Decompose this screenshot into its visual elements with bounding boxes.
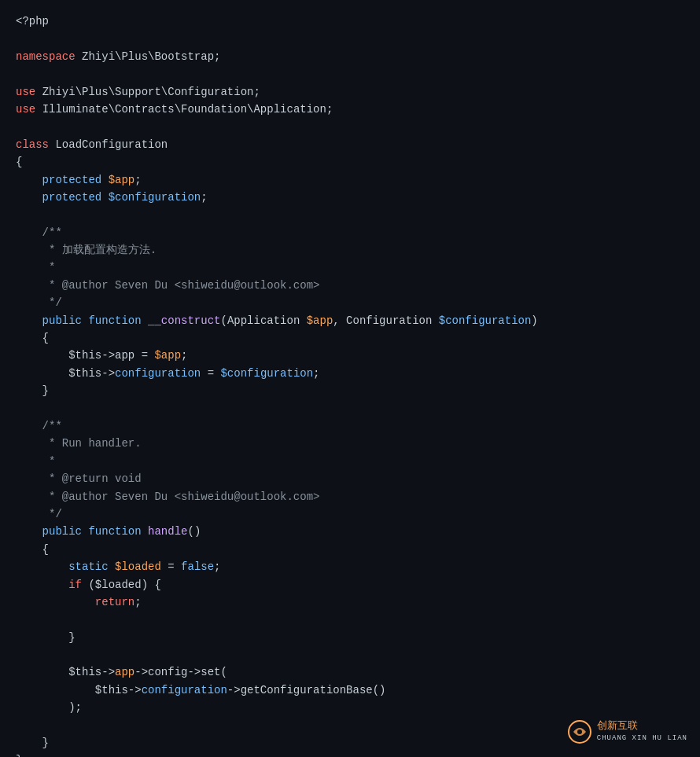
code-token: */ <box>16 508 62 520</box>
code-token: ; <box>214 50 220 63</box>
code-token: $app <box>109 174 135 186</box>
code-token: { <box>16 332 49 344</box>
code-line: * @author Seven Du <shiweidu@outlook.com… <box>16 488 684 505</box>
code-token <box>16 579 68 591</box>
code-token: <?php <box>16 15 49 28</box>
code-token: function <box>88 525 141 538</box>
code-token: ; <box>313 367 319 380</box>
code-line <box>16 611 684 628</box>
code-token: /** <box>16 420 62 432</box>
code-line: * 加载配置构造方法. <box>16 241 684 259</box>
code-token: Zhiyi\Plus\Support\Configuration <box>42 86 254 98</box>
code-line: public function handle() <box>16 523 684 540</box>
code-token: { <box>16 543 49 556</box>
code-token <box>16 314 42 327</box>
code-token: namespace <box>16 50 76 63</box>
code-line: * <box>16 453 684 470</box>
code-line <box>16 118 684 135</box>
code-token: ; <box>253 86 260 98</box>
code-token: protected <box>42 174 102 186</box>
code-line <box>16 65 684 83</box>
code-line: * @return void <box>16 470 684 487</box>
code-line: namespace Zhiyi\Plus\Bootstrap; <box>16 48 684 65</box>
code-token: $app <box>307 314 333 327</box>
code-token: use <box>16 86 35 98</box>
code-token: } <box>16 384 49 397</box>
code-line <box>16 400 684 417</box>
code-token: app <box>115 666 134 678</box>
code-line: { <box>16 329 684 347</box>
code-line: static $loaded = false; <box>16 558 684 575</box>
code-token: */ <box>16 296 62 309</box>
code-line: class LoadConfiguration <box>16 136 684 153</box>
code-token: , Configuration <box>333 314 438 327</box>
code-line: $this->app = $app; <box>16 347 684 364</box>
code-line: * @author Seven Du <shiweidu@outlook.com… <box>16 277 684 294</box>
code-line: return; <box>16 593 684 611</box>
code-editor: <?php namespace Zhiyi\Plus\Bootstrap; us… <box>0 0 700 757</box>
code-line: public function __construct(Application … <box>16 312 684 329</box>
svg-point-1 <box>577 729 582 734</box>
code-line: $this->app->config->set( <box>16 663 684 681</box>
code-token: ; <box>214 560 220 573</box>
code-token <box>16 596 95 608</box>
code-token: ; <box>134 596 141 608</box>
code-token: * <box>16 261 55 274</box>
code-token: ); <box>16 701 82 714</box>
code-line <box>16 206 684 223</box>
code-token: public <box>42 314 82 327</box>
code-line: /** <box>16 417 684 435</box>
code-token: $configuration <box>109 191 201 204</box>
code-line: use Illuminate\Contracts\Foundation\Appl… <box>16 101 684 118</box>
code-token: = <box>201 367 220 380</box>
code-token <box>109 560 115 573</box>
watermark-logo-icon <box>567 719 592 744</box>
code-token <box>16 367 68 380</box>
code-line: } <box>16 382 684 399</box>
code-line <box>16 646 684 663</box>
code-token <box>16 684 95 696</box>
code-token: static <box>68 560 108 573</box>
code-token: * @author Seven Du <shiweidu@outlook.com… <box>16 491 319 503</box>
code-line: protected $configuration; <box>16 189 684 206</box>
code-token <box>142 525 148 538</box>
code-token: class <box>16 138 49 151</box>
code-token <box>101 191 108 204</box>
code-token <box>101 174 108 186</box>
code-line: <?php <box>16 13 684 30</box>
code-token: public <box>42 525 82 538</box>
code-line: use Zhiyi\Plus\Support\Configuration; <box>16 83 684 101</box>
code-token: /** <box>16 226 62 239</box>
code-line: * <box>16 259 684 276</box>
code-token: = <box>161 560 181 573</box>
code-token <box>16 560 68 573</box>
code-token <box>16 666 68 678</box>
code-line: */ <box>16 505 684 523</box>
code-line: $this->configuration->getConfigurationBa… <box>16 682 684 699</box>
watermark-main-text: 创新互联 <box>597 719 687 733</box>
code-content: <?php namespace Zhiyi\Plus\Bootstrap; us… <box>16 13 684 757</box>
code-token: protected <box>42 191 102 204</box>
code-line: protected $app; <box>16 171 684 189</box>
code-token: false <box>181 560 214 573</box>
code-line: ); <box>16 699 684 716</box>
code-token <box>35 103 42 116</box>
code-token: * <box>16 455 55 468</box>
code-token: * @return void <box>16 472 142 485</box>
code-token: (Application <box>220 314 306 327</box>
code-token: configuration <box>142 684 227 696</box>
code-line: } <box>16 751 684 757</box>
code-token: Illuminate\Contracts\Foundation\Applicat… <box>42 103 326 116</box>
code-token: $configuration <box>439 314 532 327</box>
code-token: $app <box>154 349 181 362</box>
code-token: $this->app <box>68 349 134 362</box>
code-token: = <box>134 349 154 362</box>
watermark-text-block: 创新互联 CHUANG XIN HU LIAN <box>597 719 687 744</box>
code-token: ->config->set( <box>134 666 227 678</box>
code-token: * Run handler. <box>16 437 142 450</box>
code-token <box>35 86 42 98</box>
code-token <box>16 174 42 186</box>
code-token: configuration <box>115 367 201 380</box>
code-token: } <box>16 631 76 644</box>
code-token: $loaded <box>115 560 161 573</box>
